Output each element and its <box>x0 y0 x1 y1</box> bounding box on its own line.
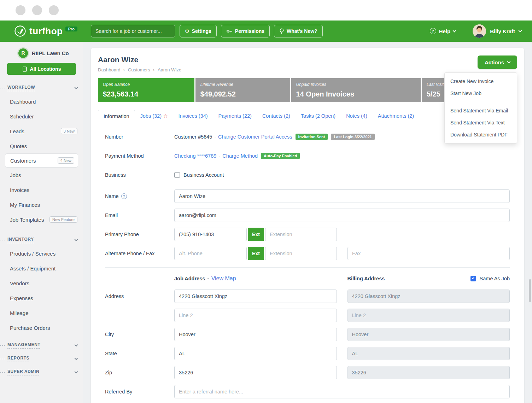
new-count-badge: 3 New <box>61 128 77 134</box>
payment-method-row: Payment Method Checking ****6789 - Charg… <box>105 151 510 160</box>
menu-item-download-statement-pdf[interactable]: Download Statement PDF <box>445 129 517 141</box>
sidebar-item-assets-equipment[interactable]: Assets / Equipment <box>0 261 83 276</box>
referred-by-input[interactable] <box>174 385 510 398</box>
avatar <box>473 24 486 38</box>
tab-invoices[interactable]: Invoices (34) <box>173 110 213 123</box>
tab-label: Tasks (2 Open) <box>301 113 335 119</box>
payment-account-link[interactable]: Checking ****6789 <box>174 153 216 159</box>
separator: - <box>214 134 216 140</box>
sidebar-item-customers[interactable]: Customers4 New <box>5 153 78 168</box>
primary-phone-row: Primary Phone Ext <box>105 228 510 241</box>
user-menu[interactable]: Billy Kraft <box>473 24 521 38</box>
tab-attachments[interactable]: Attachments (2) <box>373 110 419 123</box>
job-zip-input[interactable] <box>174 366 337 379</box>
menu-item-send-statement-text[interactable]: Send Statement Via Text <box>445 117 517 129</box>
window-control-button[interactable] <box>49 5 59 15</box>
view-map-link[interactable]: View Map <box>211 275 236 282</box>
job-state-input[interactable] <box>174 347 337 360</box>
address-headers-row: Job Address - View Map Billing Address S… <box>105 275 510 282</box>
alternate-phone-input[interactable] <box>174 247 247 260</box>
actions-button[interactable]: Actions <box>478 56 517 69</box>
sidebar-item-mileage[interactable]: Mileage <box>0 305 83 320</box>
job-line2-input[interactable] <box>174 309 337 322</box>
chevron-down-icon <box>75 86 78 89</box>
sidebar-item-scheduler[interactable]: Scheduler <box>0 109 83 124</box>
customer-information-form: Number Customer #5645 - Change Customer … <box>98 123 517 403</box>
same-as-job-label: Same As Job <box>480 276 510 281</box>
sidebar-item-quotes[interactable]: Quotes <box>0 139 83 153</box>
whats-new-button[interactable]: What's New? <box>274 25 323 37</box>
breadcrumb-customers[interactable]: Customers <box>128 67 150 72</box>
menu-item-start-new-job[interactable]: Start New Job <box>445 87 517 99</box>
business-row: Business Business Account <box>105 170 510 180</box>
sidebar-section-workflow[interactable]: WORKFLOW <box>0 85 77 91</box>
sidebar-item-job-templates[interactable]: Job TemplatesNew Feature <box>0 212 83 227</box>
alternate-extension-input[interactable] <box>265 247 337 260</box>
sidebar-item-dashboard[interactable]: Dashboard <box>0 94 83 109</box>
job-address-title: Job Address <box>174 276 205 281</box>
sidebar: R RIIPL Lawn Co All Locations WORKFLOW D… <box>0 42 83 403</box>
settings-button[interactable]: ⚙ Settings <box>180 25 217 37</box>
sidebar-item-products-services[interactable]: Products / Services <box>0 246 83 261</box>
city-row: City <box>105 328 510 341</box>
tab-information[interactable]: Information <box>98 110 135 123</box>
stat-label: Unpaid Invoices <box>296 82 416 87</box>
window-control-button[interactable] <box>16 5 25 15</box>
tab-tasks[interactable]: Tasks (2 Open) <box>296 110 341 123</box>
all-locations-button[interactable]: All Locations <box>7 63 76 75</box>
menu-item-send-statement-email[interactable]: Send Statement Via Email <box>445 105 517 117</box>
billing-address-title: Billing Address <box>347 276 385 281</box>
separator: - <box>207 275 209 282</box>
business-account-checkbox[interactable] <box>174 172 180 178</box>
tab-contacts[interactable]: Contacts (2) <box>257 110 296 123</box>
company-row: R RIIPL Lawn Co <box>0 47 83 59</box>
chevron-down-icon <box>507 60 511 63</box>
tab-payments[interactable]: Payments (22) <box>213 110 257 123</box>
sidebar-section-management[interactable]: MANAGEMENT <box>0 342 77 349</box>
sidebar-item-purchase-orders[interactable]: Purchase Orders <box>0 320 83 335</box>
primary-extension-input[interactable] <box>265 228 337 241</box>
state-label: State <box>105 351 174 356</box>
breadcrumb-current: Aaron Wize <box>158 67 181 72</box>
breadcrumb-dashboard[interactable]: Dashboard <box>98 67 121 72</box>
sidebar-section-super-admin[interactable]: SUPER ADMIN <box>0 369 77 375</box>
sidebar-item-leads[interactable]: Leads3 New <box>0 124 83 139</box>
name-input[interactable] <box>174 189 510 203</box>
email-input[interactable] <box>174 209 510 222</box>
alternate-phone-row: Alternate Phone / Fax Ext <box>105 247 510 260</box>
zip-label: Zip <box>105 370 174 375</box>
sidebar-item-invoices[interactable]: Invoices <box>0 182 83 197</box>
tab-notes[interactable]: Notes (4) <box>341 110 373 123</box>
question-circle-icon[interactable]: ? <box>121 193 127 199</box>
help-icon: ? <box>430 28 436 34</box>
permissions-button[interactable]: Permissions <box>221 25 270 37</box>
same-as-job-checkbox[interactable] <box>470 276 476 281</box>
search-input[interactable] <box>91 25 175 37</box>
fax-input[interactable] <box>347 247 510 260</box>
section-title: INVENTORY <box>7 237 34 243</box>
menu-item-create-new-invoice[interactable]: Create New Invoice <box>445 75 517 87</box>
sidebar-item-expenses[interactable]: Expenses <box>0 291 83 305</box>
window-control-button[interactable] <box>32 5 42 15</box>
sidebar-item-jobs[interactable]: Jobs <box>0 168 83 182</box>
state-row: State <box>105 347 510 360</box>
tab-jobs[interactable]: Jobs (32)☆ <box>135 110 173 123</box>
tab-label: Invoices (34) <box>179 113 208 119</box>
same-as-job-control: Same As Job <box>470 276 510 281</box>
turfhop-logo[interactable]: turfhop Pro <box>0 25 83 37</box>
scrollbar-thumb[interactable] <box>529 279 531 302</box>
job-city-input[interactable] <box>174 328 337 341</box>
sidebar-item-my-finances[interactable]: My Finances <box>0 197 83 212</box>
company-logo-icon: R <box>18 48 28 58</box>
change-portal-access-link[interactable]: Change Customer Portal Access <box>218 134 292 140</box>
customer-detail-card: Aaron Wize Dashboard › Customers › Aaron… <box>91 48 524 403</box>
address-label: Address <box>105 293 174 299</box>
job-address-input[interactable] <box>174 290 337 303</box>
sidebar-item-vendors[interactable]: Vendors <box>0 276 83 291</box>
charge-method-link[interactable]: Charge Method <box>222 153 258 159</box>
primary-phone-input[interactable] <box>174 228 247 241</box>
sidebar-section-reports[interactable]: REPORTS <box>0 356 77 362</box>
sidebar-section-inventory[interactable]: INVENTORY <box>0 237 77 243</box>
stat-label: Lifetime Revenue <box>200 82 285 87</box>
help-menu[interactable]: ? Help <box>430 28 456 34</box>
